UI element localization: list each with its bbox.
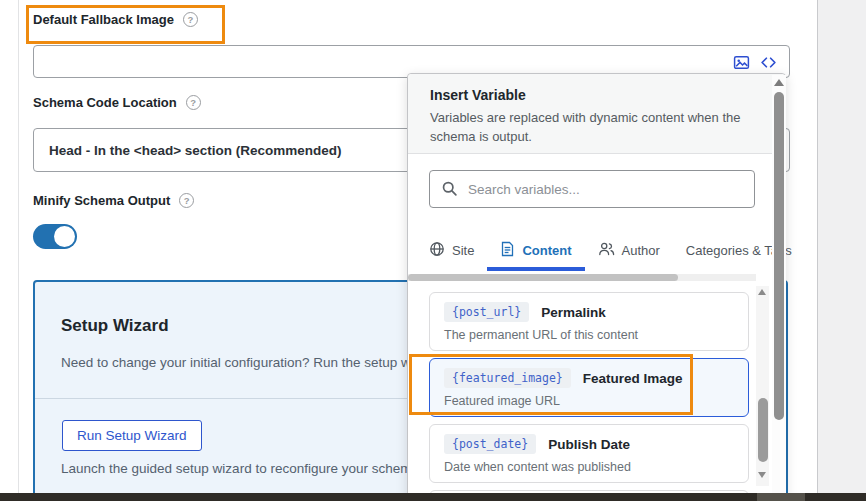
help-icon[interactable]: ? (179, 193, 194, 208)
popup-scrollbar-thumb[interactable] (774, 92, 784, 420)
schema-location-value: Head - In the <head> section (Recommende… (49, 143, 342, 158)
variable-tabs: Site Content Aut (416, 230, 805, 271)
variable-token-badge: {post_url} (444, 302, 529, 322)
tab-author[interactable]: Author (585, 230, 673, 271)
help-icon[interactable]: ? (183, 12, 198, 27)
variable-item-post-date[interactable]: {post_date} Publish Date Date when conte… (429, 424, 749, 483)
minify-label-row: Minify Schema Output ? (33, 193, 194, 208)
horizontal-scrollbar-thumb[interactable] (408, 274, 678, 281)
variable-token-badge: {featured_image} (444, 368, 571, 388)
popup-description: Variables are replaced with dynamic cont… (430, 109, 768, 147)
popup-header: Insert Variable Variables are replaced w… (408, 74, 785, 154)
tab-label: Site (452, 243, 474, 258)
bottom-edge-bar (0, 493, 866, 501)
variable-description: Date when content was published (444, 460, 734, 474)
document-icon (500, 241, 515, 260)
variable-token-badge: {post_date} (444, 434, 536, 454)
variable-search-input[interactable] (429, 170, 755, 208)
users-icon (598, 241, 615, 260)
scroll-up-icon[interactable] (758, 289, 766, 295)
popup-scrollbar[interactable] (772, 75, 786, 500)
bottom-edge-bar-segment (757, 493, 805, 501)
tab-label: Content (522, 243, 571, 258)
fallback-image-label: Default Fallback Image (33, 12, 174, 27)
variable-description: Featured image URL (444, 394, 734, 408)
variable-search-field[interactable] (429, 170, 755, 208)
variable-name: Publish Date (548, 437, 630, 452)
variable-list: {post_url} Permalink The permanent URL o… (429, 292, 749, 501)
schema-location-label: Schema Code Location (33, 95, 177, 110)
fallback-image-label-row: Default Fallback Image ? (33, 12, 198, 27)
search-icon (441, 180, 458, 201)
image-icon[interactable] (733, 54, 750, 75)
list-scrollbar-thumb[interactable] (758, 398, 768, 462)
variable-item-post-url[interactable]: {post_url} Permalink The permanent URL o… (429, 292, 749, 351)
scroll-up-icon[interactable] (774, 79, 784, 86)
tab-label: Author (622, 243, 660, 258)
tab-site[interactable]: Site (416, 230, 487, 271)
scroll-down-icon[interactable] (758, 472, 766, 478)
minify-toggle[interactable] (33, 224, 77, 249)
globe-icon (429, 241, 445, 260)
popup-title: Insert Variable (430, 87, 763, 103)
variable-description: The permanent URL of this content (444, 328, 734, 342)
variable-name: Permalink (541, 305, 606, 320)
schema-location-label-row: Schema Code Location ? (33, 95, 201, 110)
code-icon[interactable] (760, 54, 777, 75)
tab-content[interactable]: Content (487, 230, 584, 271)
variable-item-featured-image[interactable]: {featured_image} Featured Image Featured… (429, 358, 749, 417)
tabs-horizontal-scrollbar[interactable] (408, 274, 756, 281)
list-scrollbar[interactable] (756, 286, 769, 486)
insert-variable-popup: Insert Variable Variables are replaced w… (407, 73, 786, 501)
help-icon[interactable]: ? (186, 95, 201, 110)
page-left-rule (18, 0, 19, 493)
variable-name: Featured Image (583, 371, 683, 386)
page-right-gutter (817, 0, 866, 501)
setup-wizard-title: Setup Wizard (61, 316, 169, 336)
minify-label: Minify Schema Output (33, 193, 170, 208)
toggle-knob (54, 226, 75, 247)
run-setup-wizard-button[interactable]: Run Setup Wizard (62, 420, 202, 451)
